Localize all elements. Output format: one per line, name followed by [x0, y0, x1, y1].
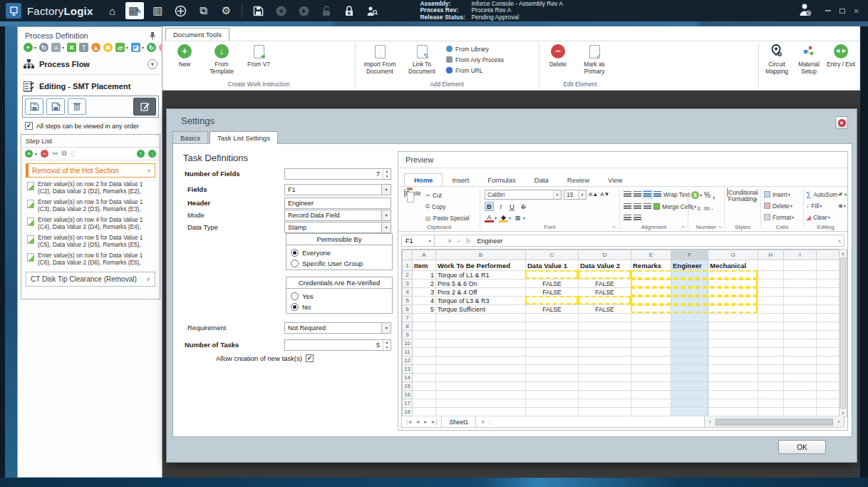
documents-icon[interactable]: ⧉	[194, 2, 212, 19]
formula-fx-icon[interactable]: fx	[464, 237, 473, 245]
wrap-text-button[interactable]: Wrap Text	[663, 191, 690, 198]
add-step-icon[interactable]: +	[25, 150, 33, 158]
cell-I13[interactable]	[784, 365, 817, 374]
column-header-C[interactable]: C	[526, 250, 579, 260]
decrease-indent-icon[interactable]	[624, 215, 631, 221]
cell-filler[interactable]	[817, 399, 842, 408]
cell-D12[interactable]	[579, 357, 631, 365]
cell-I7[interactable]	[784, 314, 817, 322]
ribbon-tab-home[interactable]: Home	[404, 173, 443, 186]
cell-A18[interactable]	[413, 408, 436, 416]
cell-F4[interactable]	[671, 288, 708, 297]
comma-style-button[interactable]: ,	[713, 191, 715, 200]
cell-C13[interactable]	[526, 365, 579, 374]
cell-I10[interactable]	[784, 339, 817, 348]
step-item[interactable]: Enter value(s) on row 4 for Data Value 1…	[21, 215, 160, 232]
column-header-D[interactable]: D	[579, 250, 631, 260]
cell-D11[interactable]	[579, 348, 631, 357]
wrap-text-icon[interactable]	[653, 191, 661, 198]
ok-button[interactable]: OK	[778, 440, 826, 454]
cut-step-icon[interactable]: ✂	[52, 150, 58, 158]
paste-button[interactable]: Paste	[403, 190, 423, 197]
cell-E7[interactable]	[631, 314, 671, 322]
selected-step[interactable]: Removal of the Hot Section ∨	[26, 163, 155, 178]
cell-D4[interactable]: FALSE	[579, 288, 631, 297]
undo-icon[interactable]: ↻	[39, 43, 48, 52]
cell-B3[interactable]: Pins 5 & 6 On	[436, 280, 526, 288]
cell-G13[interactable]	[708, 365, 758, 374]
cell-A9[interactable]	[413, 331, 436, 339]
cell-filler[interactable]	[817, 331, 842, 339]
cell-B12[interactable]	[436, 357, 526, 365]
cell-E4[interactable]	[631, 288, 671, 297]
cell-A14[interactable]	[413, 374, 436, 382]
cell-B7[interactable]	[436, 314, 526, 322]
paste-special-button[interactable]: ▤Paste Special	[425, 213, 470, 222]
cell-D3[interactable]: FALSE	[579, 280, 631, 288]
number-of-tasks-stepper[interactable]: 5▲▼	[284, 339, 391, 351]
cell-C1[interactable]: Data Value 1	[526, 260, 579, 271]
mode-select[interactable]: Record Data Field▾	[284, 210, 391, 221]
formula-cancel-icon[interactable]: ✕	[445, 237, 455, 245]
cell-D14[interactable]	[579, 374, 631, 382]
last-sheet-icon[interactable]: ►|	[431, 419, 438, 424]
cell-E9[interactable]	[631, 331, 671, 339]
prev-sheet-icon[interactable]: ◄	[415, 419, 420, 424]
insert-cells-button[interactable]: Insert▾	[764, 190, 790, 199]
cell-A3[interactable]: 2	[413, 280, 436, 288]
cell-filler[interactable]	[817, 297, 842, 305]
cell-B15[interactable]	[436, 382, 526, 391]
cell-D13[interactable]	[579, 365, 631, 374]
number-dialog-launcher[interactable]: ⌙	[718, 224, 723, 230]
cell-F10[interactable]	[671, 339, 708, 348]
cell-H10[interactable]	[758, 339, 784, 348]
save-icon[interactable]	[249, 2, 267, 19]
align-center-icon[interactable]	[634, 203, 641, 210]
cell-filler[interactable]	[817, 260, 842, 271]
cell-D1[interactable]: Data Value 2	[579, 260, 631, 271]
sheet-tab[interactable]: Sheet1	[441, 416, 476, 427]
font-color-button[interactable]: A	[485, 214, 494, 222]
cell-H15[interactable]	[758, 382, 784, 391]
cell-filler[interactable]	[817, 314, 842, 322]
cell-A6[interactable]: 5	[413, 305, 436, 314]
strikethrough-button[interactable]: S	[519, 202, 528, 211]
chevron-down-icon[interactable]: ∨	[147, 168, 151, 174]
cell-filler[interactable]	[817, 339, 842, 348]
font-size-select[interactable]: 15▾	[564, 190, 587, 200]
cell-H4[interactable]	[758, 288, 784, 297]
cell-D18[interactable]	[579, 408, 631, 416]
materials-icon[interactable]: ▥	[148, 2, 167, 19]
from-any-process-button[interactable]: From Any Process	[446, 54, 504, 65]
allow-new-tasks-checkbox[interactable]: ✓	[306, 354, 314, 362]
cell-I12[interactable]	[784, 357, 817, 365]
close-button[interactable]: ✕	[854, 7, 859, 15]
cell-E18[interactable]	[631, 408, 671, 416]
row-header-5[interactable]: 5	[403, 297, 413, 305]
row-header-16[interactable]: 16	[403, 391, 413, 399]
sort-filter-button[interactable]: ▼▾	[838, 190, 847, 199]
cell-C7[interactable]	[526, 314, 579, 322]
column-header-A[interactable]: A	[413, 250, 436, 260]
cell-F18[interactable]	[671, 408, 708, 416]
cell-H18[interactable]	[758, 408, 784, 416]
move-up-icon[interactable]: ↑	[137, 150, 145, 158]
data-type-select[interactable]: Stamp▾	[284, 222, 391, 233]
tab-basics[interactable]: Basics	[172, 131, 208, 144]
user-account-icon[interactable]	[798, 3, 812, 19]
find-select-button[interactable]: ◉▾	[838, 201, 846, 210]
cell-G3[interactable]	[708, 280, 758, 288]
remove-step-icon[interactable]: −	[41, 150, 48, 158]
cell-B4[interactable]: Pins 2 & 4 Off	[436, 288, 526, 297]
column-header-partial[interactable]	[817, 250, 842, 260]
borders-button[interactable]: ⊞	[513, 213, 522, 222]
conditional-formatting-button[interactable]: ConditionalFormatting▾	[727, 190, 758, 203]
cell-G12[interactable]	[708, 357, 758, 365]
row-header-17[interactable]: 17	[403, 399, 413, 408]
cell-F15[interactable]	[671, 382, 708, 391]
cell-filler[interactable]	[817, 322, 842, 331]
font-dialog-launcher[interactable]: ⌙	[612, 224, 616, 230]
dialog-close-button[interactable]: ✕	[835, 116, 848, 129]
row-header-7[interactable]: 7	[403, 314, 413, 322]
forward-icon[interactable]	[294, 2, 313, 19]
